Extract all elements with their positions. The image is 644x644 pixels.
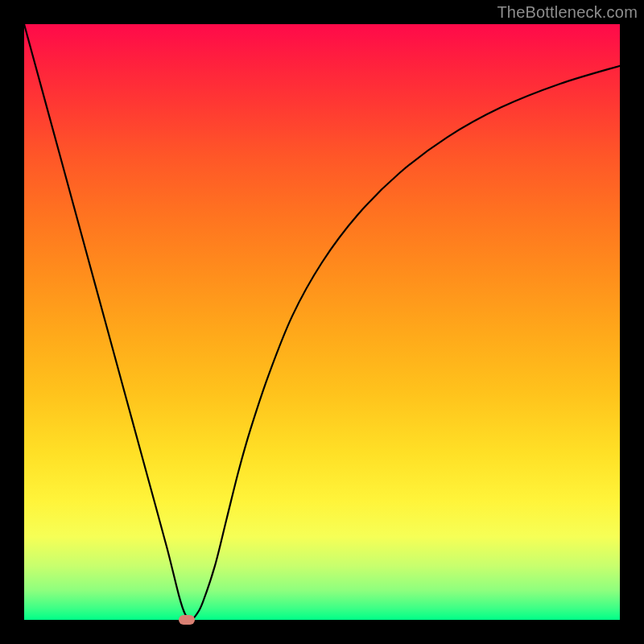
curve-path (24, 24, 620, 620)
plot-area (24, 24, 620, 620)
chart-frame: TheBottleneck.com (0, 0, 644, 644)
bottleneck-curve (24, 24, 620, 620)
watermark-text: TheBottleneck.com (497, 3, 638, 22)
optimal-marker (179, 615, 195, 625)
